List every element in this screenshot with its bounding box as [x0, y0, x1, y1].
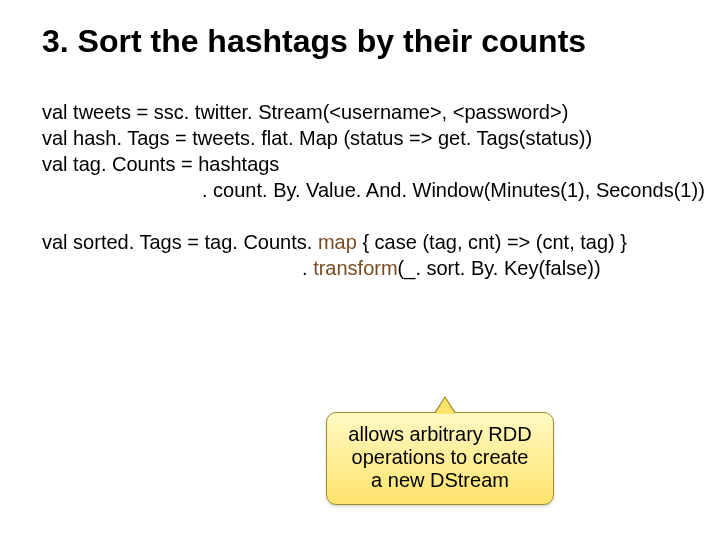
code-line-4: . count. By. Value. And. Window(Minutes(… — [42, 177, 678, 203]
callout-line: a new DStream — [341, 469, 539, 492]
slide-title: 3. Sort the hashtags by their counts — [42, 24, 678, 59]
callout: allows arbitrary RDD operations to creat… — [326, 412, 554, 505]
code-text: { case (tag, cnt) => (cnt, tag) } — [362, 231, 627, 253]
code-text: (_. sort. By. Key(false)) — [398, 257, 601, 279]
callout-line: operations to create — [341, 446, 539, 469]
blank-line — [42, 203, 678, 229]
callout-line: allows arbitrary RDD — [341, 423, 539, 446]
code-text: val sorted. Tags = tag. Counts. — [42, 231, 318, 253]
slide: 3. Sort the hashtags by their counts val… — [0, 0, 720, 281]
code-line-2: val hash. Tags = tweets. flat. Map (stat… — [42, 125, 678, 151]
callout-box: allows arbitrary RDD operations to creat… — [326, 412, 554, 505]
code-block: val tweets = ssc. twitter. Stream(<usern… — [42, 99, 678, 281]
code-line-6: . transform(_. sort. By. Key(false)) — [42, 255, 678, 281]
code-line-3: val tag. Counts = hashtags — [42, 151, 678, 177]
callout-tail-icon — [435, 398, 455, 414]
code-keyword-map: map — [318, 231, 362, 253]
code-line-5: val sorted. Tags = tag. Counts. map { ca… — [42, 229, 678, 255]
code-line-1: val tweets = ssc. twitter. Stream(<usern… — [42, 99, 678, 125]
code-text: . — [302, 257, 313, 279]
code-keyword-transform: transform — [313, 257, 397, 279]
